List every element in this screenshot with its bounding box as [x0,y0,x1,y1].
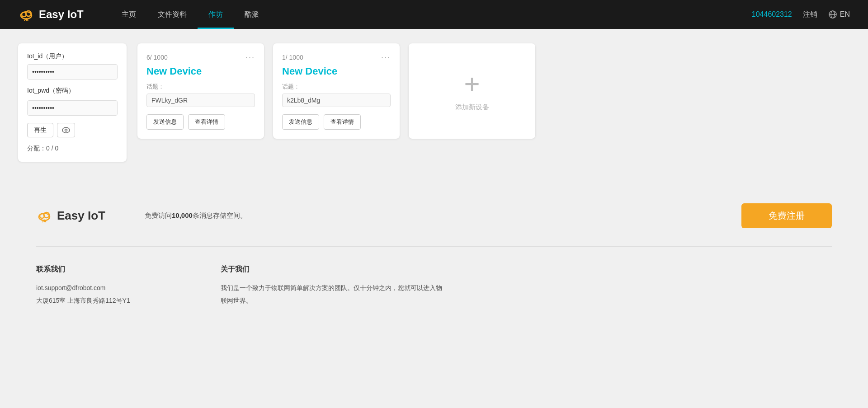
iot-id-input[interactable] [27,64,118,80]
main-content: Iot_id（用户） Iot_pwd（密码） 再生 分配：0 / 0 6/ 10… [0,29,868,176]
footer-promo-suffix: 条消息存储空间。 [193,211,247,219]
nav-links: 主页 文件资料 作坊 酷派 [111,0,752,29]
nav-user-id: 1044602312 [752,10,792,19]
nav-link-home[interactable]: 主页 [111,0,147,29]
nav-link-docs[interactable]: 文件资料 [147,0,198,29]
footer-logo: Easy IoT [36,208,118,224]
send-message-button-0[interactable]: 发送信息 [146,114,184,130]
card-menu-0[interactable]: ··· [245,52,255,62]
nav-logout-button[interactable]: 注销 [803,10,817,19]
iot-pwd-label: Iot_pwd（密码） [27,87,118,95]
footer-logo-text: Easy IoT [57,209,105,223]
add-device-card[interactable]: + 添加新设备 [409,43,535,139]
nav-right: 1044602312 注销 EN [752,10,850,19]
view-detail-button-1[interactable]: 查看详情 [324,114,361,130]
regen-row: 再生 [27,123,118,137]
card-count-0: 6/ 1000 [146,54,168,61]
footer-promo: 免费访问10,000条消息存储空间。 [145,211,714,220]
eye-icon [62,127,70,133]
footer-banner: Easy IoT 免费访问10,000条消息存储空间。 免费注册 [0,185,868,246]
footer-bottom: 联系我们 iot.support@dfrobot.com 大厦615室 上海市良… [0,247,868,325]
footer-promo-highlight: 10,000 [172,211,193,219]
nav-lang-label: EN [840,10,850,19]
card-topic-label-0: 话题： [146,83,255,91]
footer-contact-title: 联系我们 [36,265,130,274]
footer-promo-text: 免费访问 [145,211,172,219]
device-card-1: 1/ 1000 ··· New Device 话题： k2Lb8_dMg 发送信… [273,43,400,139]
footer-contact-address: 大厦615室 上海市良秀路112号Y1 [36,294,130,307]
add-icon: + [464,70,480,98]
nav-link-coolpi[interactable]: 酷派 [234,0,270,29]
card-header-0: 6/ 1000 ··· [146,52,255,62]
footer-contact-section: 联系我们 iot.support@dfrobot.com 大厦615室 上海市良… [36,265,130,307]
card-menu-1[interactable]: ··· [381,52,391,62]
card-topic-value-1: k2Lb8_dMg [282,94,391,107]
card-count-1: 1/ 1000 [282,54,303,61]
toggle-visibility-button[interactable] [57,123,75,137]
regen-button[interactable]: 再生 [27,123,53,137]
footer-about-text: 我们是一个致力于物联网简单解决方案的团队。仅十分钟之内，您就可以进入物联网世界。 [221,281,447,307]
card-header-1: 1/ 1000 ··· [282,52,391,62]
globe-icon [828,10,837,19]
register-button[interactable]: 免费注册 [741,203,832,228]
svg-point-9 [62,127,70,133]
view-detail-button-0[interactable]: 查看详情 [188,114,225,130]
logo-icon [18,6,34,23]
card-title-1: New Device [282,66,391,77]
footer-about-section: 关于我们 我们是一个致力于物联网简单解决方案的团队。仅十分钟之内，您就可以进入物… [221,265,447,307]
svg-point-10 [65,129,67,131]
card-actions-0: 发送信息 查看详情 [146,114,255,130]
footer-contact-email: iot.support@dfrobot.com [36,281,130,294]
card-topic-label-1: 话题： [282,83,391,91]
cards-area: 6/ 1000 ··· New Device 话题： FWLky_dGR 发送信… [137,43,850,139]
device-card-0: 6/ 1000 ··· New Device 话题： FWLky_dGR 发送信… [137,43,264,139]
nav-logo-text: Easy IoT [39,8,84,21]
add-device-label: 添加新设备 [455,103,489,112]
footer-about-title: 关于我们 [221,265,447,274]
footer-logo-icon [36,208,52,224]
card-actions-1: 发送信息 查看详情 [282,114,391,130]
navbar: Easy IoT 主页 文件资料 作坊 酷派 1044602312 注销 EN [0,0,868,29]
nav-link-workshop[interactable]: 作坊 [198,0,234,29]
allocation-text: 分配：0 / 0 [27,145,118,153]
left-panel: Iot_id（用户） Iot_pwd（密码） 再生 分配：0 / 0 [18,43,127,162]
iot-id-label: Iot_id（用户） [27,52,118,61]
card-topic-value-0: FWLky_dGR [146,94,255,107]
card-title-0: New Device [146,66,255,77]
iot-pwd-input[interactable] [27,100,118,116]
nav-lang-switcher[interactable]: EN [828,10,850,19]
send-message-button-1[interactable]: 发送信息 [282,114,319,130]
nav-logo[interactable]: Easy IoT [18,6,84,23]
